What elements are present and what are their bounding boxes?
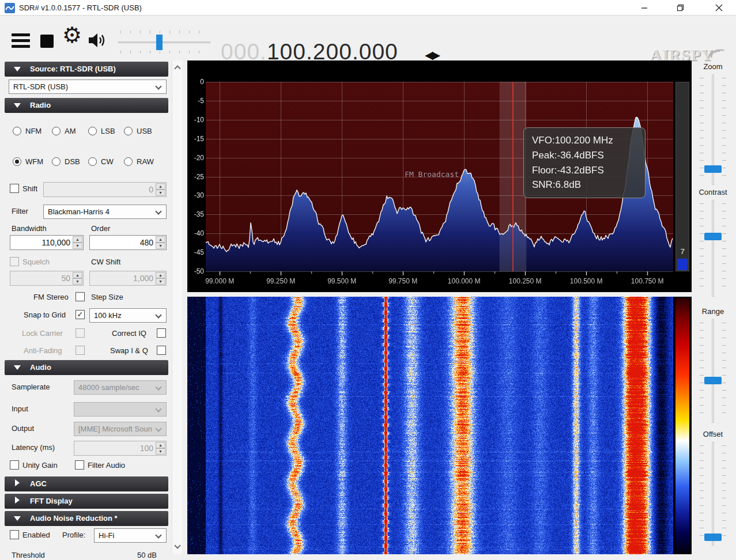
menu-button[interactable]: [12, 33, 30, 51]
slider-track[interactable]: [712, 442, 714, 546]
step-size-select[interactable]: 100 kHz: [89, 308, 167, 323]
spin-down-icon[interactable]: ▼: [73, 278, 82, 285]
range-slider-label: Range: [694, 307, 732, 316]
noise-reduction-panel-header[interactable]: Audio Noise Reduction *: [5, 511, 168, 526]
mode-radio-cw[interactable]: [88, 157, 97, 166]
zoom-slider-thumb[interactable]: [704, 165, 722, 173]
spin-up-icon[interactable]: ▲: [73, 236, 82, 243]
shift-checkbox[interactable]: [10, 184, 19, 193]
y-axis-tick-label: -40: [188, 229, 204, 237]
snap-to-grid-checkbox[interactable]: ✓: [76, 310, 85, 319]
squelch-label: Squelch: [22, 258, 50, 266]
menu-icon: [12, 33, 30, 48]
toolbar: ⚙ 000.100.200.000 ◀▶ AIRSPY: [0, 16, 736, 60]
spin-up-icon[interactable]: ▲: [156, 442, 165, 448]
slider-ticks: [700, 323, 704, 419]
squelch-input[interactable]: 50 ▲▼: [10, 271, 84, 286]
minimize-button[interactable]: [631, 0, 658, 16]
audio-panel-header[interactable]: Audio: [5, 360, 168, 375]
y-axis-tick-label: -15: [188, 135, 204, 143]
anr-profile-select[interactable]: Hi-Fi: [94, 528, 167, 543]
slider-ticks: [722, 445, 726, 542]
mode-radio-raw[interactable]: [124, 157, 133, 166]
anr-threshold-label: Threshold: [12, 551, 45, 559]
order-input[interactable]: 480 ▲▼: [89, 235, 167, 250]
source-device-select[interactable]: RTL-SDR (USB): [9, 80, 167, 94]
waterfall-plot[interactable]: [187, 297, 673, 554]
lock-carrier-checkbox[interactable]: [76, 328, 85, 338]
stop-button[interactable]: [40, 35, 54, 48]
mode-label-usb: USB: [137, 127, 152, 135]
samplerate-select[interactable]: 48000 sample/sec: [74, 380, 167, 395]
filter-select[interactable]: Blackman-Harris 4: [43, 205, 167, 219]
spin-up-icon[interactable]: ▲: [156, 236, 165, 243]
range-slider[interactable]: Range: [694, 307, 732, 423]
chevron-down-icon: [155, 83, 161, 89]
range-slider-thumb[interactable]: [704, 377, 722, 384]
sidebar-scrollbar[interactable]: [172, 60, 182, 554]
spin-up-icon[interactable]: ▲: [73, 272, 82, 278]
volume-slider[interactable]: [118, 31, 210, 54]
close-button[interactable]: [705, 0, 732, 16]
mode-radio-am[interactable]: [52, 127, 61, 135]
shift-input[interactable]: 0 ▲▼: [43, 182, 167, 197]
spin-down-icon[interactable]: ▼: [156, 448, 165, 455]
spin-down-icon[interactable]: ▼: [156, 278, 165, 285]
offset-slider-thumb[interactable]: [704, 533, 722, 541]
bandwidth-label: Bandwidth: [12, 224, 47, 233]
volume-thumb[interactable]: [156, 35, 163, 50]
squelch-checkbox[interactable]: [10, 257, 19, 266]
filter-audio-checkbox[interactable]: [75, 460, 84, 470]
zoom-slider[interactable]: Zoom: [694, 62, 732, 185]
restore-button[interactable]: [667, 0, 693, 16]
contrast-slider[interactable]: Contrast: [694, 188, 732, 297]
spin-down-icon[interactable]: ▼: [73, 243, 82, 249]
scroll-up-icon[interactable]: [174, 65, 180, 71]
fm-stereo-checkbox[interactable]: [76, 292, 85, 301]
anti-fading-checkbox[interactable]: [76, 346, 85, 355]
mode-label-lsb: LSB: [101, 127, 115, 135]
cw-shift-input[interactable]: 1,000 ▲▼: [89, 271, 167, 286]
x-axis-tick-label: 99.750 M: [383, 277, 423, 285]
mode-radio-dsb[interactable]: [52, 157, 61, 166]
spin-down-icon[interactable]: ▼: [156, 190, 165, 196]
source-device-value: RTL-SDR (USB): [13, 82, 68, 91]
contrast-slider-thumb[interactable]: [704, 233, 722, 240]
restore-icon: [677, 4, 684, 12]
slider-ticks: [722, 323, 726, 419]
correct-iq-checkbox[interactable]: [157, 328, 166, 338]
scroll-down-icon[interactable]: [174, 542, 180, 548]
settings-button[interactable]: ⚙: [62, 24, 82, 46]
spin-up-icon[interactable]: ▲: [156, 272, 165, 278]
offset-slider[interactable]: Offset: [694, 430, 732, 546]
audio-input-select[interactable]: [74, 402, 167, 417]
fft-display-panel-header[interactable]: FFT Display: [5, 494, 168, 509]
radio-panel-header[interactable]: Radio: [5, 98, 168, 113]
anr-enabled-checkbox[interactable]: [10, 530, 19, 539]
latency-input[interactable]: 100 ▲▼: [74, 441, 167, 456]
y-axis-tick-label: -20: [188, 154, 204, 162]
frequency-step-buttons[interactable]: ◀▶: [425, 48, 439, 62]
spin-down-icon[interactable]: ▼: [156, 243, 165, 249]
swap-iq-checkbox[interactable]: [157, 346, 166, 355]
slider-track[interactable]: [712, 200, 714, 297]
audio-output-select[interactable]: [MME] Microsoft Soun: [74, 422, 167, 436]
correct-iq-label: Correct IQ: [112, 329, 146, 338]
mute-button[interactable]: [88, 32, 108, 49]
mode-radio-wfm[interactable]: [13, 157, 21, 166]
close-icon: [715, 4, 723, 12]
volume-track[interactable]: [118, 41, 210, 43]
mode-label-wfm: WFM: [25, 157, 43, 166]
y-axis-tick-label: -30: [188, 191, 204, 199]
slider-track[interactable]: [712, 319, 714, 423]
agc-panel-header[interactable]: AGC: [5, 476, 168, 491]
spin-up-icon[interactable]: ▲: [156, 183, 165, 190]
mode-radio-nfm[interactable]: [13, 127, 21, 135]
mode-radio-usb[interactable]: [124, 127, 133, 135]
unity-gain-checkbox[interactable]: [10, 460, 19, 470]
collapse-icon: [14, 103, 21, 108]
source-panel-header[interactable]: Source: RTL-SDR (USB): [5, 62, 168, 77]
vfo-frequency-text: VFO:100.200 MHz: [532, 133, 637, 148]
mode-radio-lsb[interactable]: [88, 127, 97, 135]
bandwidth-input[interactable]: 110,000 ▲▼: [10, 235, 84, 250]
